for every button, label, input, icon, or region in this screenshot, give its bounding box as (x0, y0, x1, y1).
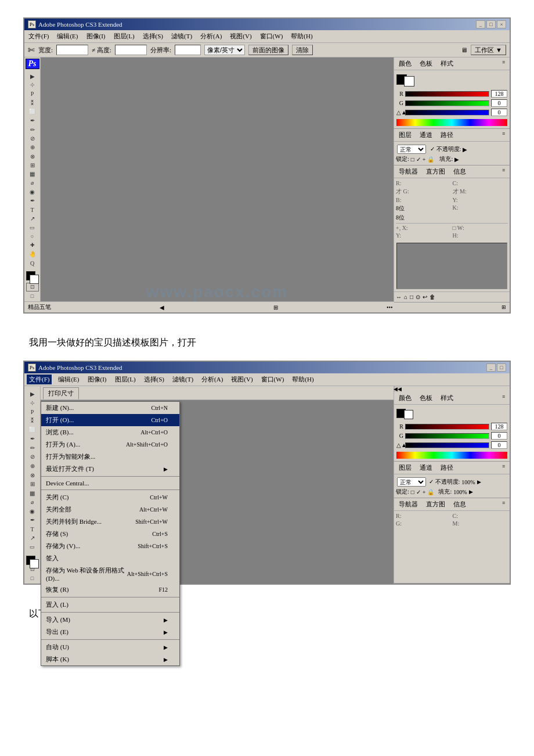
bottom-tool-icon1[interactable]: ◀ (160, 304, 164, 311)
tool-eraser-2[interactable]: ⊞ (26, 480, 39, 488)
tool-clone-2[interactable]: ⊕ (26, 462, 39, 470)
menu-close-bridge[interactable]: 关闭并转到 Bridge... Shift+Ctrl+W (41, 516, 179, 528)
color-swatch[interactable] (26, 271, 39, 280)
panel-icon-6[interactable]: 🗑 (430, 294, 435, 300)
tool-rect-2[interactable]: ▭ (26, 543, 39, 552)
panel-icon-2[interactable]: ⌂ (404, 294, 407, 300)
tool-blur-2[interactable]: ⌀ (26, 498, 39, 506)
menu-view-1[interactable]: 视图(V) (228, 31, 253, 41)
menu-select-1[interactable]: 选择(S) (141, 31, 165, 41)
tool-marquee-2[interactable]: ⊹ (26, 399, 39, 408)
tab-swatches-2[interactable]: 色板 (417, 393, 435, 403)
menu-file-1[interactable]: 文件(F) (27, 31, 50, 41)
tab-info-1[interactable]: 信息 (451, 167, 468, 177)
menu-save[interactable]: 存储 (S) Ctrl+S (41, 528, 179, 540)
close-btn-1[interactable]: × (497, 20, 506, 28)
tool-pen-2[interactable]: ✒ (26, 516, 39, 524)
menu-export[interactable]: 导出 (E) ▶ (41, 626, 179, 638)
width-input[interactable] (56, 45, 88, 55)
minimize-btn-1[interactable]: _ (476, 20, 485, 28)
color-spectrum[interactable] (396, 119, 507, 126)
menu-help-1[interactable]: 帮助(H) (289, 31, 314, 41)
menu-automate[interactable]: 自动 (U) ▶ (41, 641, 179, 653)
opacity-arrow-2[interactable]: ▶ (477, 479, 481, 485)
bottom-tool-icon2[interactable]: ⊞ (273, 304, 278, 311)
tab-layers-2[interactable]: 图层 (396, 463, 414, 473)
r-slider-2[interactable] (405, 424, 489, 430)
menu-filter-2[interactable]: 滤镜(T) (171, 375, 195, 384)
lock-i3[interactable]: + (423, 489, 426, 495)
menu-checkin[interactable]: 签入 (41, 552, 179, 564)
fill-arrow[interactable]: ▶ (454, 156, 459, 163)
tool-history-2[interactable]: ⊗ (26, 471, 39, 480)
lock-i2[interactable]: ✓ (416, 489, 421, 495)
tool-notes[interactable]: ○ (26, 232, 39, 240)
menu-place[interactable]: 置入 (L) (41, 599, 179, 611)
color-panel-close[interactable]: ≡ (500, 59, 507, 69)
menu-window-2[interactable]: 窗口(W) (259, 375, 286, 384)
tool-crop[interactable]: ⬜ (26, 107, 39, 116)
menu-recent[interactable]: 最近打开文件 (T) ▶ (41, 463, 179, 475)
menu-window-1[interactable]: 窗口(W) (258, 31, 285, 41)
tool-crop-2[interactable]: ⬜ (26, 426, 39, 434)
tool-dodge-2[interactable]: ◉ (26, 507, 39, 516)
menu-edit-1[interactable]: 编辑(E) (55, 31, 80, 41)
panel-icon-4[interactable]: ⊙ (416, 294, 420, 300)
panel-icon-5[interactable]: ↩ (423, 294, 427, 300)
tab-paths-2[interactable]: 路径 (438, 463, 456, 473)
tool-type-2[interactable]: T (26, 525, 39, 534)
tool-magic-wand[interactable]: ⁑ (26, 99, 39, 107)
tab-swatches-1[interactable]: 色板 (417, 59, 435, 69)
tab-nav-2[interactable]: 导航器 (396, 499, 420, 509)
tab-channels-2[interactable]: 通道 (417, 463, 435, 473)
tool-eye-2[interactable]: ✒ (26, 435, 39, 444)
tool-blur[interactable]: ⌀ (26, 179, 39, 187)
menu-open-as[interactable]: 打开为 (A)... Alt+Shift+Ctrl+O (41, 438, 179, 451)
menu-scripts[interactable]: 脚本 (K) ▶ (41, 653, 179, 665)
menu-new[interactable]: 新建 (N)... Ctrl+N (41, 402, 179, 414)
tool-gradient-2[interactable]: ▦ (26, 489, 39, 498)
menu-image-2[interactable]: 图像(I) (86, 375, 109, 384)
blend-mode-select-2[interactable]: 正常 (397, 477, 426, 487)
tool-rect[interactable]: ▭ (26, 224, 39, 232)
b-slider[interactable] (405, 110, 489, 116)
units-select[interactable]: 像素/英寸 (204, 45, 245, 55)
panel-collapse-strip[interactable]: ◀◀ (394, 386, 401, 392)
tool-lasso-2[interactable]: P (26, 408, 39, 416)
bg-color-2[interactable] (404, 410, 413, 419)
tab-styles-1[interactable]: 样式 (438, 59, 456, 69)
lock-icon-4[interactable]: 🔒 (427, 156, 434, 163)
tool-move-2[interactable]: ▶ (26, 390, 39, 398)
background-color-2[interactable] (30, 559, 39, 568)
tool-clone[interactable]: ⊕ (26, 143, 39, 152)
tab-color-2[interactable]: 颜色 (396, 393, 414, 403)
tool-measure[interactable]: ✚ (26, 241, 39, 249)
menu-edit-2[interactable]: 编辑(E) (56, 375, 81, 384)
tool-healing[interactable]: ✏ (26, 125, 39, 134)
menu-saveas[interactable]: 存储为 (V)... Shift+Ctrl+S (41, 540, 179, 552)
menu-analyze-2[interactable]: 分析(A) (200, 375, 225, 384)
tool-type[interactable]: T (26, 206, 39, 214)
tab-navigator-1[interactable]: 导航器 (396, 167, 420, 177)
tab-color-1[interactable]: 颜色 (396, 59, 414, 69)
tool-eraser[interactable]: ⊞ (26, 161, 39, 169)
info-panel-close[interactable]: ≡ (500, 167, 507, 177)
maximize-btn-2[interactable]: □ (497, 363, 506, 372)
color-spectrum-2[interactable] (396, 452, 507, 459)
lock-icon-2[interactable]: ✓ (416, 156, 421, 163)
tool-mask[interactable]: ⊡ (26, 283, 39, 291)
menu-device[interactable]: Device Central... (41, 478, 179, 488)
clear-btn[interactable]: 清除 (292, 45, 313, 55)
background-color[interactable] (30, 275, 39, 284)
tool-screen-mode[interactable]: □ (26, 292, 39, 300)
tool-gradient[interactable]: ▦ (26, 170, 39, 178)
g-slider[interactable] (405, 100, 489, 106)
bottom-resize-icon[interactable]: ⊞ (501, 304, 506, 310)
tool-hand[interactable]: 🤚 (26, 250, 39, 258)
tool-screen-2[interactable]: □ (26, 574, 39, 582)
tab-info-2[interactable]: 信息 (451, 499, 468, 509)
tool-eyedropper[interactable]: ✒ (26, 117, 39, 125)
tool-path-2[interactable]: ↗ (26, 534, 39, 543)
tool-move[interactable]: ▶ (26, 72, 39, 80)
minimize-btn-2[interactable]: _ (486, 363, 496, 372)
